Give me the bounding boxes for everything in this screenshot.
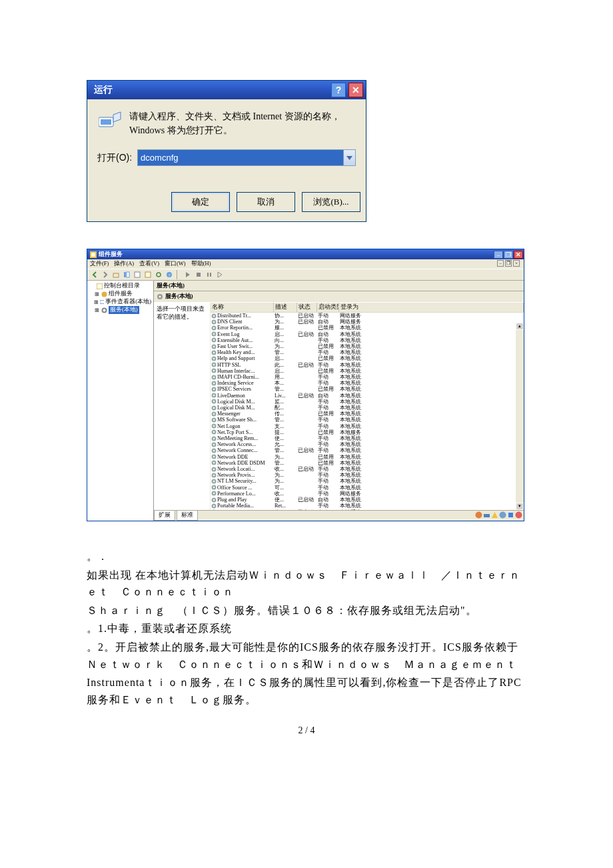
restart-icon[interactable] xyxy=(215,270,225,279)
service-row[interactable]: Network DDE DSDM管...已禁用本地系统 xyxy=(211,460,524,466)
scroll-down-icon[interactable]: ▾ xyxy=(516,503,524,510)
tray-icon[interactable] xyxy=(483,511,490,519)
toolbar: ? xyxy=(87,269,524,281)
mdi-close[interactable]: × xyxy=(513,260,520,267)
export-icon[interactable] xyxy=(143,270,153,279)
restore-button[interactable]: ❐ xyxy=(504,251,513,259)
service-row[interactable]: Network Access...允...手动本地系统 xyxy=(211,441,524,447)
service-row[interactable]: Performance Lo...收...手动网络服务 xyxy=(211,491,524,497)
service-row[interactable]: Net Logon支...手动本地系统 xyxy=(211,423,524,429)
svg-rect-119 xyxy=(508,513,513,517)
service-row[interactable]: Office Source ...可...手动本地系统 xyxy=(211,485,524,491)
service-row[interactable]: Event Log启...已启动自动本地系统 xyxy=(211,331,524,337)
service-row[interactable]: Indexing Service本...手动本地系统 xyxy=(211,380,524,386)
svg-point-71 xyxy=(213,462,215,463)
browse-button[interactable]: 浏览(B)... xyxy=(302,192,360,212)
svg-point-59 xyxy=(213,425,215,427)
svg-rect-4 xyxy=(113,273,119,277)
service-row[interactable]: Network Connec...管...已启动手动本地系统 xyxy=(211,447,524,453)
service-row[interactable]: Logical Disk M...配...手动本地系统 xyxy=(211,405,524,411)
stop-icon[interactable] xyxy=(194,270,203,279)
refresh-icon[interactable] xyxy=(154,270,163,279)
mdi-min[interactable]: – xyxy=(497,260,504,267)
service-row[interactable]: Human Interfac...启...已禁用本地系统 xyxy=(211,368,524,374)
tree-comp-services[interactable]: ⊞组件服务 xyxy=(89,290,152,298)
svg-point-73 xyxy=(213,468,215,469)
run-dialog: 运行 ? ✕ 请键入程序、文件夹、文档或 Internet 资源的名称，Wind… xyxy=(87,80,366,222)
svg-point-65 xyxy=(213,444,215,445)
tabs-bottom: 扩展 标准 xyxy=(154,510,524,521)
up-icon[interactable] xyxy=(111,270,121,279)
service-row[interactable]: LiveDaemonLiv...已启动自动本地系统 xyxy=(211,393,524,399)
svg-point-19 xyxy=(103,309,106,311)
list-headers[interactable]: 名称 描述 状态 启动类型 登录为 xyxy=(211,303,524,313)
service-row[interactable]: Error Reportin...服...已禁用本地系统 xyxy=(211,325,524,331)
minimize-button[interactable]: – xyxy=(494,251,503,259)
ok-button[interactable]: 确定 xyxy=(171,192,230,212)
close-button[interactable]: ✕ xyxy=(514,251,523,259)
tray-icon[interactable] xyxy=(475,511,482,519)
start-icon[interactable] xyxy=(183,270,193,279)
service-row[interactable]: Extensible Aut...向...手动本地系统 xyxy=(211,337,524,343)
service-row[interactable]: NetMeeting Rem...使...手动本地系统 xyxy=(211,435,524,441)
tray-icon[interactable] xyxy=(515,511,522,519)
forward-icon[interactable] xyxy=(101,270,110,279)
service-row[interactable]: Help and Support启...已禁用本地系统 xyxy=(211,355,524,361)
run-input[interactable] xyxy=(137,149,356,166)
scroll-up-icon[interactable]: ▴ xyxy=(516,323,524,330)
service-row[interactable]: Network DDE为...已禁用本地系统 xyxy=(211,454,524,460)
mmc-titlebar[interactable]: 组件服务 – ❐ ✕ xyxy=(87,249,524,259)
tab-extended[interactable]: 扩展 xyxy=(154,511,175,521)
svg-point-83 xyxy=(213,499,215,500)
menu-file[interactable]: 文件(F) xyxy=(90,260,109,268)
run-titlebar[interactable]: 运行 ? ✕ xyxy=(87,81,366,99)
scrollbar[interactable]: ▴ ▾ xyxy=(516,323,524,510)
svg-point-63 xyxy=(213,437,215,439)
menu-action[interactable]: 操作(A) xyxy=(114,260,134,268)
service-row[interactable]: HTTP SSL此...已启动手动本地系统 xyxy=(211,362,524,368)
service-row[interactable]: Net.Tcp Port S...提...已禁用本地服务 xyxy=(211,429,524,435)
help-button[interactable]: ? xyxy=(331,83,346,97)
menu-window[interactable]: 窗口(W) xyxy=(165,260,186,268)
service-row[interactable]: DNS Client为...已启动自动网络服务 xyxy=(211,319,524,325)
service-row[interactable]: Health Key and...管...手动本地系统 xyxy=(211,349,524,355)
svg-point-9 xyxy=(157,273,161,277)
service-row[interactable]: IMAPI CD-Burni...用...手动本地系统 xyxy=(211,374,524,380)
svg-rect-13 xyxy=(207,273,209,277)
service-row[interactable]: IPSEC Services管...已禁用本地系统 xyxy=(211,386,524,392)
service-row[interactable]: Messenger传...已禁用本地系统 xyxy=(211,411,524,417)
svg-point-61 xyxy=(213,431,215,433)
tree-root[interactable]: 控制台根目录 xyxy=(89,282,152,290)
description-pane: 选择一个项目来查看它的描述。 xyxy=(154,303,211,510)
service-row[interactable]: Print Spooler将...已启动自动本地系统 xyxy=(211,509,524,511)
service-row[interactable]: Distributed Tr...协...已启动手动网络服务 xyxy=(211,313,524,319)
tab-standard[interactable]: 标准 xyxy=(177,511,198,521)
mdi-max[interactable]: ❐ xyxy=(505,260,512,267)
run-combobox[interactable] xyxy=(137,149,356,166)
close-button[interactable]: ✕ xyxy=(348,83,363,97)
tray-icon[interactable] xyxy=(507,511,514,519)
menu-help[interactable]: 帮助(H) xyxy=(191,260,211,268)
service-row[interactable]: Fast User Swit...为...已禁用本地系统 xyxy=(211,343,524,349)
tree-event-viewer[interactable]: ⊞事件查看器(本地) xyxy=(89,298,152,306)
dropdown-arrow-icon[interactable] xyxy=(343,150,355,165)
service-row[interactable]: Network Provis...为...手动本地系统 xyxy=(211,472,524,478)
show-tree-icon[interactable] xyxy=(122,270,131,279)
cancel-button[interactable]: 取消 xyxy=(237,192,295,212)
svg-rect-15 xyxy=(97,283,103,289)
pause-icon[interactable] xyxy=(205,270,214,279)
service-row[interactable]: Network Locati...收...已启动手动本地系统 xyxy=(211,466,524,472)
svg-point-55 xyxy=(213,413,215,415)
tray-icon[interactable] xyxy=(491,511,498,519)
properties-icon[interactable] xyxy=(133,270,142,279)
service-row[interactable]: Logical Disk M...监...手动本地系统 xyxy=(211,399,524,405)
tray-icon[interactable] xyxy=(499,511,506,519)
back-icon[interactable] xyxy=(90,270,99,279)
service-row[interactable]: NT LM Security...为...手动本地系统 xyxy=(211,478,524,484)
tree-services-local[interactable]: ⊞服务(本地) xyxy=(89,306,152,314)
service-row[interactable]: Plug and Play使...已启动自动本地系统 xyxy=(211,497,524,503)
menu-view[interactable]: 查看(V) xyxy=(139,260,159,268)
service-row[interactable]: Portable Media...Ret...手动本地系统 xyxy=(211,503,524,509)
help-icon[interactable]: ? xyxy=(165,270,174,279)
service-row[interactable]: MS Software Sh...管...手动本地系统 xyxy=(211,417,524,423)
